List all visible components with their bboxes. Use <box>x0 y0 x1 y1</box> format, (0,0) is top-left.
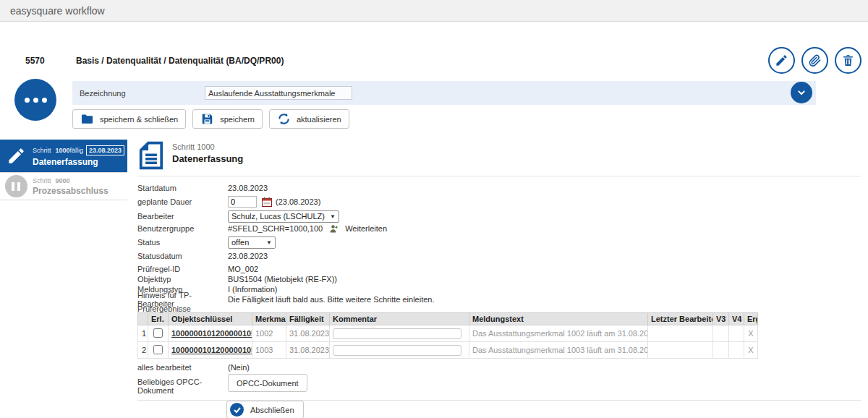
geplante-dauer-row: geplante Dauer (23.08.2023) <box>137 194 861 210</box>
status-selected-value: offen <box>231 238 249 247</box>
weiterleiten-link[interactable]: Weiterleiten <box>345 224 387 233</box>
objekttyp-label: Objekttyp <box>137 275 228 283</box>
pruefregel-value: MO_002 <box>228 265 258 273</box>
bezeichnung-input[interactable] <box>205 86 352 100</box>
col-letzter-bearbeiter: Letzter Bearbeiter <box>648 313 713 325</box>
collapse-panel-button[interactable] <box>791 82 812 103</box>
col-merkmal: Merkmal <box>252 313 286 325</box>
step-number: 9000 <box>56 177 70 184</box>
pruefergebnisse-label: Prüfergebnisse <box>137 304 228 313</box>
step-name: Datenerfassung <box>33 157 124 167</box>
table-row: 2 10000001012000001053 1003 31.08.2023 D… <box>138 342 758 359</box>
benutzergruppe-label: Benutzergruppe <box>137 224 228 233</box>
v3-cell <box>713 342 729 359</box>
objektschluessel-link[interactable]: 10000001012000001053 <box>171 329 252 338</box>
bezeichnung-band: Bezeichnung <box>72 81 816 105</box>
paperclip-icon <box>808 54 822 67</box>
statusdatum-label: Statusdatum <box>137 252 228 260</box>
v3-cell <box>713 325 729 342</box>
step-schritt-label: Schritt <box>33 147 51 154</box>
col-kommentar: Kommentar <box>330 313 469 325</box>
pruefregel-label: Prüfregel-ID <box>137 265 228 273</box>
merkmal-cell: 1003 <box>252 342 286 359</box>
abschliessen-label: Abschließen <box>250 406 294 414</box>
refresh-button[interactable]: aktualisieren <box>269 109 349 129</box>
save-close-button[interactable]: speichern & schließen <box>72 109 186 129</box>
step-number: 1000 <box>56 147 70 154</box>
easysquare-workflow-window: easysquare workflow 5570 Basis / Datenqu… <box>0 0 868 418</box>
hinweis-row: Hinweis für TP-Bearbeiter Die Fälligkeit… <box>137 294 861 304</box>
col-faelligkeit: Fälligkeit <box>286 313 330 325</box>
pen-icon <box>4 146 28 166</box>
app-title: easysquare workflow <box>10 5 105 17</box>
v4-cell <box>729 342 744 359</box>
objektschluessel-link[interactable]: 10000001012000001053 <box>171 346 252 354</box>
sidebar-step-prozessabschluss[interactable]: Schritt 9000 Prozessabschluss <box>0 173 127 200</box>
document-icon <box>137 140 165 171</box>
step-name: Prozessabschluss <box>33 186 124 196</box>
workflow-steps-sidebar: Schritt 1000 fällig 23.08.2023 Datenerfa… <box>0 140 127 200</box>
bearbeiter-selected-value: Schulz, Lucas (LSCHULZ) <box>231 212 325 221</box>
meldungstext-cell: Das Ausstattungsmerkmal 1002 läuft am 31… <box>469 325 648 342</box>
step-header-number: Schritt 1000 <box>172 142 243 151</box>
kommentar-input[interactable] <box>333 328 461 339</box>
abschliessen-button[interactable]: Abschließen <box>226 401 304 418</box>
col-erl: Erl. <box>148 313 169 325</box>
bearbeiter-row: Bearbeiter Schulz, Lucas (LSCHULZ) ▼ <box>137 210 861 223</box>
geplante-dauer-label: geplante Dauer <box>137 197 228 206</box>
erledigt-checkbox[interactable] <box>153 345 163 354</box>
startdatum-label: Startdatum <box>137 184 228 192</box>
startdatum-row: Startdatum 23.08.2023 <box>137 182 861 194</box>
kommentar-input[interactable] <box>333 345 461 356</box>
more-menu-button[interactable] <box>14 79 56 121</box>
opcc-dokument-button[interactable]: OPCC-Dokument <box>228 374 307 392</box>
startdatum-value: 23.08.2023 <box>228 184 268 192</box>
pruefregel-row: Prüfregel-ID MO_002 <box>137 264 861 274</box>
sidebar-step-datenerfassung[interactable]: Schritt 1000 fällig 23.08.2023 Datenerfa… <box>0 140 127 173</box>
opcc-label: Beliebiges OPCC-Dokument <box>137 374 228 395</box>
attachment-button[interactable] <box>801 47 828 74</box>
merkmal-cell: 1002 <box>252 325 286 342</box>
delete-button[interactable] <box>835 47 861 74</box>
benutzergruppe-row: Benutzergruppe #SFELD_SCHR=1000,100 Weit… <box>137 223 861 234</box>
calendar-icon[interactable] <box>262 197 272 207</box>
save-label: speichern <box>220 115 255 124</box>
objekttyp-value: BUS1504 (Mietobjekt (RE-FX)) <box>228 275 337 283</box>
faelligkeit-cell: 31.08.2023 <box>286 325 330 342</box>
col-blank <box>138 313 148 325</box>
meldungstext-cell: Das Ausstattungsmerkmal 1003 läuft am 31… <box>469 342 648 359</box>
ellipsis-icon <box>25 98 30 103</box>
erledigt-checkbox[interactable] <box>153 328 163 338</box>
bearbeiter-select[interactable]: Schulz, Lucas (LSCHULZ) ▼ <box>228 210 339 223</box>
check-icon <box>230 403 244 417</box>
app-header: easysquare workflow <box>0 0 868 22</box>
erg-cell: X <box>744 342 758 359</box>
status-select[interactable]: offen ▼ <box>228 236 276 249</box>
header-actions <box>768 47 861 74</box>
meldungstyp-value: I (Information) <box>228 285 277 294</box>
status-row: Status offen ▼ <box>137 234 861 250</box>
step-header-title: Datenerfassung <box>172 153 243 164</box>
action-buttons: speichern & schließen speichern aktualis… <box>72 109 349 129</box>
geplante-dauer-input[interactable] <box>228 196 257 208</box>
forward-user-icon[interactable] <box>329 224 339 234</box>
save-button[interactable]: speichern <box>192 109 263 129</box>
erg-cell: X <box>744 325 758 342</box>
status-label: Status <box>137 238 228 247</box>
refresh-icon <box>277 112 291 126</box>
v4-cell <box>729 325 744 342</box>
process-number: 5570 <box>25 56 45 66</box>
alles-bearbeitet-label: alles bearbeitet <box>137 363 228 372</box>
geplante-dauer-date: (23.08.2023) <box>276 197 320 206</box>
floppy-icon <box>200 112 214 126</box>
pruefergebnisse-row: Prüfergebnisse <box>137 304 861 312</box>
opcc-row: Beliebiges OPCC-Dokument OPCC-Dokument <box>137 374 861 395</box>
edit-button[interactable] <box>768 47 795 74</box>
due-date-badge: 23.08.2023 <box>86 145 124 155</box>
refresh-label: aktualisieren <box>297 115 341 124</box>
col-v3: V3 <box>713 313 729 325</box>
trash-icon <box>841 54 855 67</box>
col-erg: Erg <box>744 313 758 325</box>
breadcrumb: Basis / Datenqualität / Datenqualität (B… <box>76 56 284 66</box>
col-objektschluessel: Objektschlüssel <box>169 313 252 325</box>
